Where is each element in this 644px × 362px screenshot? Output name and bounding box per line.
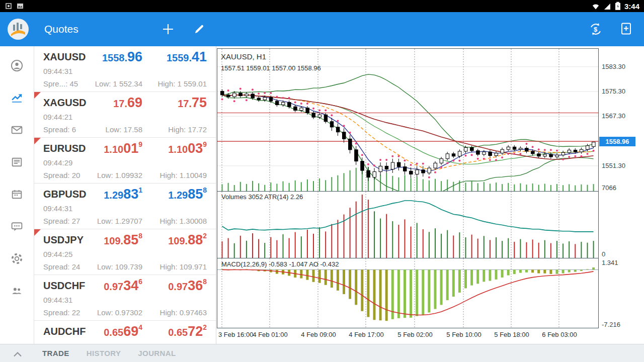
volume-atr-pane[interactable] xyxy=(217,191,598,258)
symbol-name: USDJPY xyxy=(43,234,84,246)
quote-spread: Spre...: 45 xyxy=(43,79,78,88)
quote-high: High: 1.30008 xyxy=(160,217,207,225)
new-chart-button[interactable] xyxy=(620,22,634,37)
price-scale-label: -7.216 xyxy=(602,321,620,328)
bid-price: 0.65694 xyxy=(104,323,142,339)
sidebar-item-settings[interactable] xyxy=(0,242,34,275)
bid-price: 1.10019 xyxy=(104,140,142,156)
quote-low: Low: 1 552.34 xyxy=(95,79,142,88)
bottom-tabs: TRADE HISTORY JOURNAL xyxy=(42,344,176,362)
price-pane[interactable] xyxy=(217,49,598,191)
quote-time: 09:44:21 xyxy=(43,113,72,121)
quote-low: Low: 1.29707 xyxy=(97,217,142,225)
bid-price: 1558.96 xyxy=(102,49,142,65)
tab-trade[interactable]: TRADE xyxy=(42,349,69,357)
add-symbol-button[interactable] xyxy=(161,22,175,38)
price-scale-label: 1575.30 xyxy=(602,87,625,95)
time-axis-label: 4 Feb 17:00 xyxy=(349,331,383,338)
sidebar-item-profile[interactable] xyxy=(0,49,34,81)
alert-corner-marker xyxy=(34,138,41,144)
wifi-icon xyxy=(592,3,600,10)
currency-exchange-icon: $ xyxy=(588,21,604,37)
chat-icon xyxy=(10,220,24,233)
price-scale-label: 1.341 xyxy=(602,259,618,266)
quote-spread: Spread: 22 xyxy=(43,308,80,317)
chart-area[interactable]: XAUUSD, H1 1557.51 1559.01 1557.00 1558.… xyxy=(216,46,644,344)
plus-icon xyxy=(161,22,175,36)
quote-high: High: 17.72 xyxy=(168,125,207,134)
price-scale-label: 1583.30 xyxy=(602,63,625,70)
app-header: Quotes $ xyxy=(0,12,644,46)
quote-low: Low: 0.97302 xyxy=(97,308,142,317)
currency-converter-button[interactable]: $ xyxy=(588,21,604,39)
quote-spread: Spread: 6 xyxy=(43,125,76,134)
profile-icon xyxy=(10,59,24,72)
quote-time: 09:44:29 xyxy=(43,158,72,167)
price-scale-label: 1567.30 xyxy=(602,112,625,120)
gallery-notification-icon xyxy=(16,2,24,10)
screenshot-notification-icon xyxy=(5,2,13,10)
price-scale[interactable]: 1583.301575.301567.301551.30706601.341-7… xyxy=(602,46,644,329)
current-price-badge: 1558.96 xyxy=(599,137,635,146)
quote-row-audchf[interactable]: AUDCHF0.656940.65722 xyxy=(34,321,216,344)
quote-low: Low: 109.739 xyxy=(97,262,142,271)
battery-icon xyxy=(615,2,621,11)
chevron-up-icon xyxy=(13,352,22,357)
quote-row-gbpusd[interactable]: GBPUSD09:44:31Spread: 27Low: 1.29707High… xyxy=(34,184,216,229)
cellular-signal-icon xyxy=(603,3,611,10)
calendar-icon xyxy=(10,188,24,201)
sidebar-item-chat[interactable] xyxy=(0,210,34,242)
macd-pane[interactable] xyxy=(217,258,598,328)
ask-price: 1.29858 xyxy=(168,186,207,202)
quotes-icon xyxy=(10,91,24,105)
metatrader-logo xyxy=(7,18,30,41)
price-scale-label: 1551.30 xyxy=(602,162,625,169)
sidebar-item-calendar[interactable] xyxy=(0,178,34,210)
sidebar-item-news[interactable] xyxy=(0,146,34,178)
quote-spread: Spread: 27 xyxy=(43,217,80,225)
bid-price: 1.29831 xyxy=(104,186,142,202)
quote-row-xauusd[interactable]: XAUUSD09:44:31Spre...: 45Low: 1 552.34Hi… xyxy=(34,46,216,92)
metatrader-app: 3:44 Quotes $ xyxy=(0,0,644,362)
time-axis-label: 6 Feb 03:00 xyxy=(542,331,577,338)
time-axis-label: 3 Feb 16:00 xyxy=(218,331,253,338)
quote-time: 09:44:31 xyxy=(43,204,72,213)
sidebar-item-quotes[interactable] xyxy=(0,81,34,114)
symbol-name: AUDCHF xyxy=(43,326,86,337)
quotes-list[interactable]: XAUUSD09:44:31Spre...: 45Low: 1 552.34Hi… xyxy=(34,46,216,344)
clock: 3:44 xyxy=(624,2,639,11)
quote-high: High: 1.10049 xyxy=(160,171,207,179)
time-axis-label: 5 Feb 18:00 xyxy=(494,331,529,338)
collapse-panel-button[interactable] xyxy=(13,351,22,358)
sidebar-item-mailbox[interactable] xyxy=(0,114,34,146)
ask-price: 1559.41 xyxy=(167,49,207,65)
pencil-icon xyxy=(193,23,206,36)
settings-gear-icon xyxy=(10,252,24,265)
quote-row-xagusd[interactable]: XAGUSD09:44:21Spread: 6Low: 17.58High: 1… xyxy=(34,92,216,138)
time-axis[interactable]: 3 Feb 16:004 Feb 01:004 Feb 09:004 Feb 1… xyxy=(217,331,598,340)
bid-price: 17.69 xyxy=(113,95,142,111)
quote-high: High: 109.971 xyxy=(160,262,207,271)
bottom-bar: TRADE HISTORY JOURNAL xyxy=(0,344,644,362)
edit-symbols-button[interactable] xyxy=(193,23,206,37)
quote-row-usdchf[interactable]: USDCHF09:44:31Spread: 22Low: 0.97302High… xyxy=(34,275,216,321)
bid-price: 109.858 xyxy=(104,232,142,248)
quote-spread: Spread: 24 xyxy=(43,262,80,271)
ask-price: 109.882 xyxy=(168,232,207,248)
symbol-name: GBPUSD xyxy=(43,189,87,200)
status-bar: 3:44 xyxy=(0,0,644,12)
quote-high: High: 1 559.01 xyxy=(157,79,207,88)
quote-time: 09:44:25 xyxy=(43,250,72,258)
tab-journal[interactable]: JOURNAL xyxy=(138,349,176,357)
sidebar-item-community[interactable] xyxy=(0,275,34,307)
ask-price: 0.97368 xyxy=(168,278,207,294)
tab-history[interactable]: HISTORY xyxy=(87,349,121,357)
alert-corner-marker xyxy=(34,229,41,236)
mail-icon xyxy=(10,123,24,137)
time-axis-label: 5 Feb 10:00 xyxy=(446,331,481,338)
time-axis-label: 4 Feb 01:00 xyxy=(253,331,287,338)
quote-row-eurusd[interactable]: EURUSD09:44:29Spread: 20Low: 1.09932High… xyxy=(34,138,216,184)
ask-price: 17.75 xyxy=(178,95,207,111)
page-title: Quotes xyxy=(44,12,78,46)
quote-row-usdjpy[interactable]: USDJPY09:44:25Spread: 24Low: 109.739High… xyxy=(34,229,216,275)
